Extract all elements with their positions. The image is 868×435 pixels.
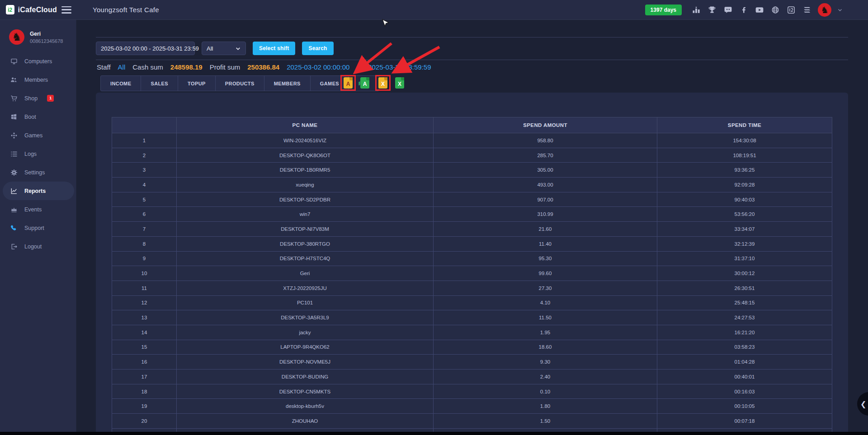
table-cell: 11.50 <box>434 310 657 325</box>
report-panel: PC NAMESPEND AMOUNTSPEND TIME 1WIN-20240… <box>96 93 848 435</box>
staff-value[interactable]: All <box>118 63 126 71</box>
table-cell: WIN-20240516VIZ <box>177 133 434 148</box>
table-cell: 310.99 <box>434 207 657 222</box>
trophy-icon[interactable] <box>707 5 717 15</box>
sidebar-user-card[interactable]: ♞ Geri 008612345678 <box>0 19 76 45</box>
tab-income[interactable]: INCOME <box>101 76 141 91</box>
table-row: 16DESKTOP-NOVME5J9.3001:04:28 <box>112 355 832 370</box>
table-cell: 1.80 <box>434 399 657 414</box>
report-tabs: INCOMESALESTOPUPPRODUCTSMEMBERSGAMESPCS <box>100 75 379 91</box>
table-cell: 92:09:28 <box>657 178 832 192</box>
sidebar-item-label: Games <box>24 132 42 139</box>
table-cell: 03:58:23 <box>657 340 832 355</box>
table-cell: 13 <box>112 310 177 325</box>
tab-sales[interactable]: SALES <box>141 76 178 91</box>
table-cell: 5 <box>112 192 177 207</box>
sidebar-item-members[interactable]: Members <box>0 70 74 89</box>
table-cell: 154:30:08 <box>657 133 832 148</box>
discord-icon[interactable] <box>723 5 733 15</box>
excel-file-icon: X <box>395 77 404 89</box>
table-cell: 00:07:18 <box>657 414 832 429</box>
sidebar-nav: ComputersMembersShop1BootGamesLogsSettin… <box>0 52 76 256</box>
table-cell: 53:56:20 <box>657 207 832 222</box>
table-cell: 10 <box>112 266 177 281</box>
sidebar-item-support[interactable]: Support <box>0 219 74 237</box>
user-avatar[interactable]: ♞ <box>818 3 831 17</box>
sidebar-item-computers[interactable]: Computers <box>0 52 74 70</box>
topbar: i2 iCafeCloud Youngzsoft Test Cafe 1397 … <box>0 0 868 20</box>
user-name: Geri <box>30 31 63 37</box>
chevron-down-icon[interactable] <box>837 7 843 13</box>
date-range-input[interactable]: 2025-03-02 00:00 - 2025-03-31 23:59 <box>96 42 195 55</box>
tab-topup[interactable]: TOPUP <box>178 76 216 91</box>
select-shift-button[interactable]: Select shift <box>253 42 295 55</box>
icafecloud-icon[interactable] <box>786 5 796 15</box>
table-row: 18DESKTOP-CN5MKTS0.1000:16:03 <box>112 384 832 399</box>
globe-icon[interactable] <box>770 5 780 15</box>
table-cell: xueqing <box>177 178 434 192</box>
sidebar-item-label: Shop <box>24 95 38 102</box>
layers-icon[interactable] <box>802 5 812 15</box>
app-logo[interactable]: i2 iCafeCloud <box>0 5 57 14</box>
table-cell: 6 <box>112 207 177 222</box>
cafe-title: Youngzsoft Test Cafe <box>93 6 159 14</box>
table-cell: 493.00 <box>434 178 657 192</box>
pcs-report-table: PC NAMESPEND AMOUNTSPEND TIME 1WIN-20240… <box>112 117 832 435</box>
sidebar-item-events[interactable]: Events <box>0 200 74 219</box>
table-cell: 11.40 <box>434 236 657 251</box>
table-cell: 18 <box>112 384 177 399</box>
facebook-icon[interactable] <box>739 5 749 15</box>
profit-sum-value: 250386.84 <box>247 63 279 71</box>
export-pdf-yellow-icon[interactable]: A <box>340 75 356 91</box>
sidebar-item-reports[interactable]: Reports <box>3 182 74 200</box>
sidebar-item-boot[interactable]: Boot <box>0 108 74 126</box>
table-cell: 16 <box>112 355 177 370</box>
column-header-spend-time: SPEND TIME <box>657 117 832 133</box>
table-cell: 25:48:15 <box>657 295 832 310</box>
sidebar-item-games[interactable]: Games <box>0 126 74 145</box>
sidebar-item-label: Members <box>24 77 48 83</box>
profit-sum-label: Profit sum <box>210 63 241 71</box>
table-cell: 21.60 <box>434 222 657 237</box>
menu-toggle-icon[interactable] <box>61 6 71 14</box>
table-cell: 00:16:03 <box>657 384 832 399</box>
table-row: 20ZHOUHAO1.5000:07:18 <box>112 414 832 429</box>
table-cell: 1 <box>112 133 177 148</box>
staff-label: Staff <box>97 63 111 71</box>
table-cell: 31:37:10 <box>657 251 832 266</box>
export-excel-yellow-icon[interactable]: X <box>375 75 391 91</box>
export-excel-green-icon[interactable]: X <box>395 77 404 89</box>
table-cell: 285.70 <box>434 148 657 163</box>
table-cell: 00:10:05 <box>657 399 832 414</box>
table-cell: DESKTOP-NI7V83M <box>177 222 434 237</box>
shift-filter-value: All <box>207 45 213 52</box>
table-cell: 958.80 <box>434 133 657 148</box>
sidebar-item-shop[interactable]: Shop1 <box>0 89 74 108</box>
sidebar: ♞ Geri 008612345678 ComputersMembersShop… <box>0 19 76 435</box>
table-cell: 18.60 <box>434 340 657 355</box>
period-separator: ~ <box>357 63 361 71</box>
table-cell: 9.30 <box>434 355 657 370</box>
topbar-right: 1397 days ♞ <box>645 3 868 17</box>
sidebar-item-label: Logs <box>24 151 37 157</box>
table-row: 8DESKTOP-380RTGO11.4032:12:39 <box>112 236 832 251</box>
table-cell: 24:27:53 <box>657 310 832 325</box>
table-cell: 27.30 <box>434 281 657 295</box>
search-button[interactable]: Search <box>302 42 333 55</box>
column-header-index <box>112 117 177 133</box>
table-row: 13DESKTOP-3A5R3L911.5024:27:53 <box>112 310 832 325</box>
table-cell: 99.60 <box>434 266 657 281</box>
summary-line: Staff All Cash sum 248598.19 Profit sum … <box>97 63 431 71</box>
tab-products[interactable]: PRODUCTS <box>216 76 264 91</box>
export-pdf-green-icon[interactable]: A <box>360 77 369 89</box>
shift-filter-select[interactable]: All <box>202 42 246 55</box>
sidebar-item-logs[interactable]: Logs <box>0 145 74 163</box>
sidebar-item-logout[interactable]: Logout <box>0 237 74 256</box>
license-days-badge[interactable]: 1397 days <box>645 5 682 15</box>
sidebar-item-settings[interactable]: Settings <box>0 163 74 182</box>
tab-members[interactable]: MEMBERS <box>264 76 311 91</box>
ranking-icon[interactable] <box>691 5 701 15</box>
table-cell: DESKTOP-380RTGO <box>177 236 434 251</box>
youtube-icon[interactable] <box>755 5 764 15</box>
gear-icon <box>10 168 18 176</box>
